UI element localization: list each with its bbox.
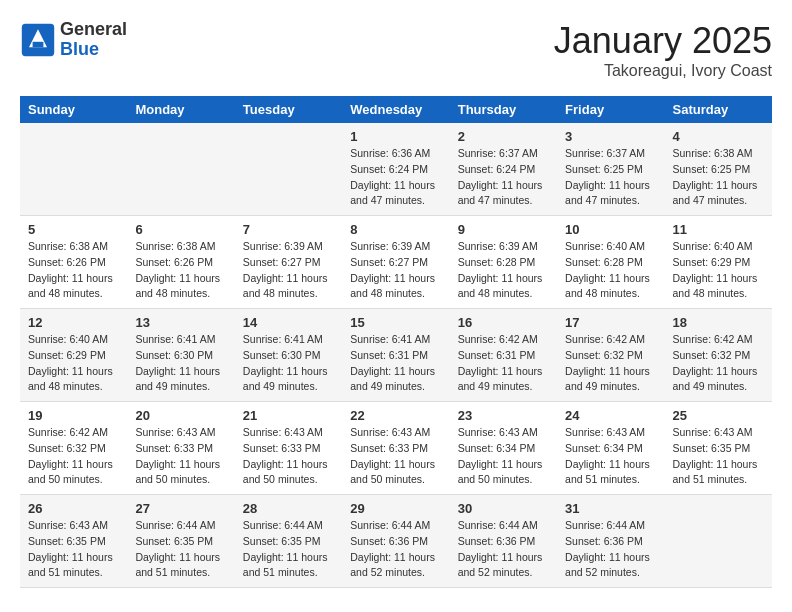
day-number: 18 [673,315,764,330]
day-number: 2 [458,129,549,144]
day-number: 15 [350,315,441,330]
day-info: Sunrise: 6:38 AM Sunset: 6:26 PM Dayligh… [28,239,119,302]
calendar-cell: 30Sunrise: 6:44 AM Sunset: 6:36 PM Dayli… [450,495,557,588]
calendar-cell [20,123,127,216]
calendar-cell: 15Sunrise: 6:41 AM Sunset: 6:31 PM Dayli… [342,309,449,402]
calendar-cell: 28Sunrise: 6:44 AM Sunset: 6:35 PM Dayli… [235,495,342,588]
calendar-cell: 7Sunrise: 6:39 AM Sunset: 6:27 PM Daylig… [235,216,342,309]
logo: General Blue [20,20,127,60]
logo-blue-text: Blue [60,40,127,60]
calendar-table: SundayMondayTuesdayWednesdayThursdayFrid… [20,96,772,588]
day-info: Sunrise: 6:41 AM Sunset: 6:31 PM Dayligh… [350,332,441,395]
day-info: Sunrise: 6:40 AM Sunset: 6:29 PM Dayligh… [28,332,119,395]
calendar-cell: 25Sunrise: 6:43 AM Sunset: 6:35 PM Dayli… [665,402,772,495]
day-info: Sunrise: 6:40 AM Sunset: 6:29 PM Dayligh… [673,239,764,302]
calendar-cell: 2Sunrise: 6:37 AM Sunset: 6:24 PM Daylig… [450,123,557,216]
day-number: 27 [135,501,226,516]
svg-rect-2 [33,42,44,47]
day-number: 3 [565,129,656,144]
logo-general-text: General [60,20,127,40]
calendar-week-row: 1Sunrise: 6:36 AM Sunset: 6:24 PM Daylig… [20,123,772,216]
weekday-header: Saturday [665,96,772,123]
calendar-cell: 11Sunrise: 6:40 AM Sunset: 6:29 PM Dayli… [665,216,772,309]
day-info: Sunrise: 6:42 AM Sunset: 6:32 PM Dayligh… [28,425,119,488]
day-info: Sunrise: 6:38 AM Sunset: 6:25 PM Dayligh… [673,146,764,209]
day-number: 7 [243,222,334,237]
calendar-cell: 24Sunrise: 6:43 AM Sunset: 6:34 PM Dayli… [557,402,664,495]
day-info: Sunrise: 6:44 AM Sunset: 6:36 PM Dayligh… [350,518,441,581]
calendar-cell [235,123,342,216]
weekday-header: Sunday [20,96,127,123]
day-info: Sunrise: 6:36 AM Sunset: 6:24 PM Dayligh… [350,146,441,209]
day-info: Sunrise: 6:37 AM Sunset: 6:25 PM Dayligh… [565,146,656,209]
calendar-cell: 23Sunrise: 6:43 AM Sunset: 6:34 PM Dayli… [450,402,557,495]
day-info: Sunrise: 6:44 AM Sunset: 6:36 PM Dayligh… [565,518,656,581]
day-number: 12 [28,315,119,330]
day-info: Sunrise: 6:39 AM Sunset: 6:28 PM Dayligh… [458,239,549,302]
day-number: 4 [673,129,764,144]
day-info: Sunrise: 6:39 AM Sunset: 6:27 PM Dayligh… [350,239,441,302]
calendar-cell: 16Sunrise: 6:42 AM Sunset: 6:31 PM Dayli… [450,309,557,402]
calendar-cell: 4Sunrise: 6:38 AM Sunset: 6:25 PM Daylig… [665,123,772,216]
day-info: Sunrise: 6:43 AM Sunset: 6:35 PM Dayligh… [28,518,119,581]
calendar-cell: 9Sunrise: 6:39 AM Sunset: 6:28 PM Daylig… [450,216,557,309]
calendar-cell: 10Sunrise: 6:40 AM Sunset: 6:28 PM Dayli… [557,216,664,309]
day-number: 13 [135,315,226,330]
calendar-cell: 17Sunrise: 6:42 AM Sunset: 6:32 PM Dayli… [557,309,664,402]
calendar-cell: 8Sunrise: 6:39 AM Sunset: 6:27 PM Daylig… [342,216,449,309]
calendar-cell: 14Sunrise: 6:41 AM Sunset: 6:30 PM Dayli… [235,309,342,402]
day-info: Sunrise: 6:43 AM Sunset: 6:34 PM Dayligh… [565,425,656,488]
calendar-cell [665,495,772,588]
day-info: Sunrise: 6:39 AM Sunset: 6:27 PM Dayligh… [243,239,334,302]
day-info: Sunrise: 6:42 AM Sunset: 6:32 PM Dayligh… [565,332,656,395]
day-info: Sunrise: 6:43 AM Sunset: 6:35 PM Dayligh… [673,425,764,488]
calendar-cell: 26Sunrise: 6:43 AM Sunset: 6:35 PM Dayli… [20,495,127,588]
day-number: 19 [28,408,119,423]
day-info: Sunrise: 6:44 AM Sunset: 6:35 PM Dayligh… [135,518,226,581]
calendar-cell: 5Sunrise: 6:38 AM Sunset: 6:26 PM Daylig… [20,216,127,309]
calendar-cell: 22Sunrise: 6:43 AM Sunset: 6:33 PM Dayli… [342,402,449,495]
calendar-cell: 18Sunrise: 6:42 AM Sunset: 6:32 PM Dayli… [665,309,772,402]
day-number: 14 [243,315,334,330]
day-number: 20 [135,408,226,423]
calendar-cell: 20Sunrise: 6:43 AM Sunset: 6:33 PM Dayli… [127,402,234,495]
calendar-cell: 21Sunrise: 6:43 AM Sunset: 6:33 PM Dayli… [235,402,342,495]
day-info: Sunrise: 6:43 AM Sunset: 6:34 PM Dayligh… [458,425,549,488]
day-number: 31 [565,501,656,516]
day-info: Sunrise: 6:37 AM Sunset: 6:24 PM Dayligh… [458,146,549,209]
day-info: Sunrise: 6:43 AM Sunset: 6:33 PM Dayligh… [350,425,441,488]
day-number: 24 [565,408,656,423]
day-info: Sunrise: 6:41 AM Sunset: 6:30 PM Dayligh… [135,332,226,395]
day-info: Sunrise: 6:42 AM Sunset: 6:32 PM Dayligh… [673,332,764,395]
location-title: Takoreagui, Ivory Coast [554,62,772,80]
weekday-header: Monday [127,96,234,123]
calendar-cell: 1Sunrise: 6:36 AM Sunset: 6:24 PM Daylig… [342,123,449,216]
calendar-cell: 27Sunrise: 6:44 AM Sunset: 6:35 PM Dayli… [127,495,234,588]
calendar-week-row: 5Sunrise: 6:38 AM Sunset: 6:26 PM Daylig… [20,216,772,309]
day-number: 23 [458,408,549,423]
day-number: 29 [350,501,441,516]
day-number: 17 [565,315,656,330]
day-info: Sunrise: 6:41 AM Sunset: 6:30 PM Dayligh… [243,332,334,395]
calendar-cell: 13Sunrise: 6:41 AM Sunset: 6:30 PM Dayli… [127,309,234,402]
day-number: 5 [28,222,119,237]
calendar-cell: 19Sunrise: 6:42 AM Sunset: 6:32 PM Dayli… [20,402,127,495]
weekday-header: Thursday [450,96,557,123]
calendar-cell [127,123,234,216]
header-row: SundayMondayTuesdayWednesdayThursdayFrid… [20,96,772,123]
day-number: 25 [673,408,764,423]
calendar-cell: 31Sunrise: 6:44 AM Sunset: 6:36 PM Dayli… [557,495,664,588]
calendar-week-row: 19Sunrise: 6:42 AM Sunset: 6:32 PM Dayli… [20,402,772,495]
day-number: 9 [458,222,549,237]
day-info: Sunrise: 6:44 AM Sunset: 6:35 PM Dayligh… [243,518,334,581]
weekday-header: Wednesday [342,96,449,123]
day-info: Sunrise: 6:43 AM Sunset: 6:33 PM Dayligh… [135,425,226,488]
day-info: Sunrise: 6:40 AM Sunset: 6:28 PM Dayligh… [565,239,656,302]
weekday-header: Friday [557,96,664,123]
day-number: 28 [243,501,334,516]
day-number: 26 [28,501,119,516]
day-info: Sunrise: 6:42 AM Sunset: 6:31 PM Dayligh… [458,332,549,395]
calendar-cell: 3Sunrise: 6:37 AM Sunset: 6:25 PM Daylig… [557,123,664,216]
calendar-cell: 6Sunrise: 6:38 AM Sunset: 6:26 PM Daylig… [127,216,234,309]
day-number: 10 [565,222,656,237]
